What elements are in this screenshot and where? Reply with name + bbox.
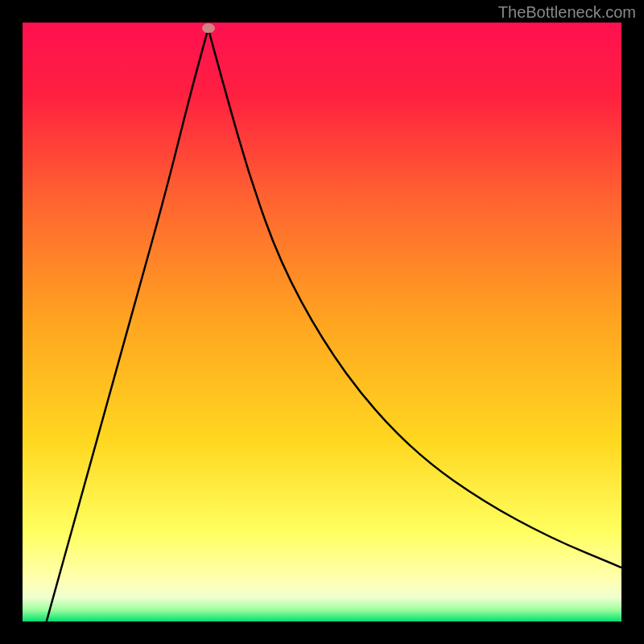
minimum-marker: [202, 23, 215, 33]
chart-area: [23, 23, 621, 621]
bottleneck-curve: [23, 23, 621, 621]
watermark-text: TheBottleneck.com: [498, 3, 636, 22]
